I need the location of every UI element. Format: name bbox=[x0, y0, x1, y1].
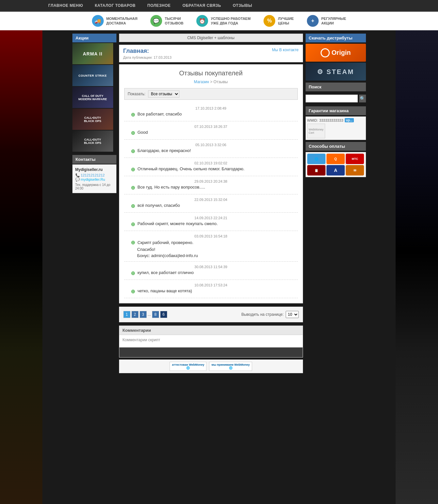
wm-badge-2[interactable]: мы принимаем WebMoney 🌐 bbox=[209, 362, 252, 371]
right-sidebar: Скачать дистрибуты Origin ⚙ STEAM Поиск … bbox=[306, 34, 366, 373]
nav-catalog[interactable]: КАТАЛОГ ТОВАРОВ bbox=[89, 0, 142, 11]
phone-number[interactable]: 📞 121212121212 bbox=[75, 173, 105, 177]
review-item: 22.09.2013 15:32:04 ⊕ всё получил, спаси… bbox=[124, 194, 298, 213]
per-page-select[interactable]: 10 bbox=[286, 311, 299, 318]
positive-icon: ⊕ bbox=[131, 288, 135, 295]
features-bar: 🚚 МОМЕНТАЛЬНАЯ ДОСТАВКА 💬 ТЫСЯЧИ ОТЗЫВОВ… bbox=[0, 12, 438, 30]
nav-main-menu[interactable]: ГЛАВНОЕ МЕНЮ bbox=[42, 0, 89, 11]
review-content: Все работает, спасибо bbox=[138, 112, 182, 116]
page-3[interactable]: 3 bbox=[140, 311, 147, 318]
payment-icon-alfabank[interactable]: А bbox=[326, 165, 345, 176]
steam-logo[interactable]: ⚙ STEAM bbox=[306, 63, 366, 81]
pagination-section: 1 2 3 ... 8 6 Выводить на странице: 10 bbox=[119, 307, 303, 322]
review-content: всё получил, спасибо bbox=[138, 203, 180, 208]
comments-header: Комментарии bbox=[119, 326, 303, 335]
review-date: 05.10.2013 3:32:06 bbox=[124, 143, 298, 147]
reviews-count-icon: 💬 bbox=[150, 15, 162, 27]
banner-arma[interactable]: ARMA II bbox=[72, 43, 113, 64]
webmoney-certificate: WebMoneyCert bbox=[307, 124, 325, 138]
contacts-title: Контакты bbox=[72, 155, 116, 164]
page-6[interactable]: 6 bbox=[160, 311, 167, 318]
page-8[interactable]: 8 bbox=[152, 311, 159, 318]
origin-circle bbox=[321, 48, 330, 57]
page-dots: ... bbox=[148, 312, 151, 317]
promos-line2: АКЦИИ bbox=[321, 21, 346, 25]
nav-reviews[interactable]: ОТЗЫВЫ bbox=[227, 0, 258, 11]
payment-icon-arrow[interactable]: 📋 bbox=[307, 165, 325, 176]
origin-text: Origin bbox=[332, 49, 351, 56]
delivery-line2: ДОСТАВКА bbox=[106, 21, 138, 25]
review-date: 07.10.2013 18:26:37 bbox=[124, 125, 298, 129]
years-line1: УСПЕШНО РАБОТАЕМ bbox=[211, 16, 250, 21]
positive-icon: ⊕ bbox=[131, 148, 135, 154]
years-line2: УЖЕ ДВА ГОДА bbox=[211, 21, 250, 25]
review-content-line1: Скрипт рабочий, проверено. bbox=[138, 240, 194, 245]
review-item: 14.09.2013 22:24:21 ⊕ Рабочий скрипт, мо… bbox=[124, 213, 298, 231]
steam-text: ⚙ STEAM bbox=[317, 68, 355, 76]
positive-icon: ⊕ bbox=[131, 270, 135, 276]
review-item: 29.09.2013 20:24:38 ⊕ Все гуд. Но есть п… bbox=[124, 176, 298, 194]
page-1[interactable]: 1 bbox=[123, 311, 130, 318]
review-date: 10.08.2013 17:53:24 bbox=[124, 283, 298, 287]
payment-section: Способы оплаты 🌐 Q МТС 📋 А ✉ bbox=[306, 142, 366, 177]
promos-line1: РЕГУЛЯРНЫЕ bbox=[321, 16, 346, 21]
payment-icon-globe[interactable]: 🌐 bbox=[307, 154, 325, 164]
filter-select[interactable]: Все отзывы bbox=[148, 90, 179, 98]
reviews-line1: ТЫСЯЧИ bbox=[165, 16, 183, 21]
wmid-value: 333333333333 bbox=[319, 118, 343, 122]
reviews-breadcrumb: Магазин > Отзывы bbox=[124, 80, 298, 84]
nav-useful[interactable]: ПОЛЕЗНОЕ bbox=[142, 0, 177, 11]
review-item: 05.10.2013 3:32:06 ⊕ Благодарю, все прек… bbox=[124, 140, 298, 158]
per-page-label: Выводить на странице: bbox=[241, 312, 284, 317]
prices-line1: ЛУЧШИЕ bbox=[278, 16, 294, 21]
payment-icon-mail[interactable]: ✉ bbox=[346, 165, 364, 176]
banner-modern-warfare[interactable]: CALL OF DUTYMODERN WARFARE bbox=[72, 87, 113, 108]
payment-icon-qiwi[interactable]: Q bbox=[326, 154, 345, 164]
review-content-line2: Спасибо! bbox=[131, 247, 156, 252]
comments-script-bar bbox=[119, 347, 303, 357]
comments-placeholder: Комментарии скрипт bbox=[123, 338, 160, 342]
publication-date: Дата публикации: 17.03.2013 bbox=[123, 55, 172, 59]
webmoney-bar: аттестован WebMoney 🌐 мы принимаем WebMo… bbox=[119, 359, 303, 373]
banner-counter-strike[interactable]: COUNTER STRIKE bbox=[72, 65, 113, 86]
review-item: 07.10.2013 18:26:37 ⊕ Good bbox=[124, 121, 298, 140]
review-date: 14.09.2013 22:24:21 bbox=[124, 216, 298, 220]
page-2[interactable]: 2 bbox=[131, 311, 139, 318]
vk-link[interactable]: Мы В контакте bbox=[272, 48, 298, 52]
review-content: Благодарю, все прекрасно! bbox=[138, 148, 191, 153]
review-date: 29.09.2013 20:24:38 bbox=[124, 179, 298, 183]
reviews-page-title: Отзывы покупателей bbox=[124, 69, 298, 77]
search-button[interactable]: 🔍 bbox=[359, 95, 366, 102]
pagination: 1 2 3 ... 8 6 bbox=[123, 311, 167, 318]
promos-icon: + bbox=[307, 15, 319, 27]
banner-cod-black-ops-1[interactable]: CALL•DUTYBLACK OPS bbox=[72, 109, 113, 130]
review-content: Отличный продавец. Очень сильно помог. Б… bbox=[138, 166, 245, 171]
feature-prices: % ЛУЧШИЕ ЦЕНЫ bbox=[264, 15, 294, 27]
positive-icon: ⊕ bbox=[131, 239, 135, 246]
delivery-line1: МОМЕНТАЛЬНАЯ bbox=[106, 16, 138, 21]
per-page-selector: Выводить на странице: 10 bbox=[241, 311, 299, 318]
origin-logo[interactable]: Origin bbox=[306, 44, 366, 62]
guarantees-section: Гарантии магазина WMID: 333333333333 up.… bbox=[306, 106, 366, 140]
positive-icon: ⊕ bbox=[131, 112, 135, 118]
years-icon: ⏰ bbox=[196, 15, 208, 27]
reviews-main: Отзывы покупателей Магазин > Отзывы Пока… bbox=[119, 64, 303, 303]
review-item: 02.10.2013 19:02:02 ⊕ Отличный продавец.… bbox=[124, 158, 298, 176]
breadcrumb-store[interactable]: Магазин bbox=[194, 80, 209, 84]
center-content: CMS Digiseller + шаблоны Главная: Дата п… bbox=[116, 34, 306, 373]
skype-contact[interactable]: 💬 mydigiseller.Ru bbox=[75, 177, 105, 181]
review-date: 03.09.2013 16:54:18 bbox=[124, 234, 298, 238]
review-content: Good bbox=[138, 130, 148, 135]
download-title: Скачать дистрибуты bbox=[306, 34, 366, 42]
search-input[interactable] bbox=[306, 95, 358, 102]
filter-bar: Показать: Все отзывы bbox=[124, 88, 298, 100]
positive-icon: ⊕ bbox=[131, 221, 135, 227]
wm-badge-1[interactable]: аттестован WebMoney 🌐 bbox=[170, 362, 206, 371]
payment-title: Способы оплаты bbox=[306, 142, 366, 151]
review-content: купил, все работает отлично bbox=[138, 270, 194, 275]
nav-feedback[interactable]: ОБРАТНАЯ СВЯЗЬ bbox=[176, 0, 227, 11]
review-date: 22.09.2013 15:32:04 bbox=[124, 198, 298, 202]
feature-years: ⏰ УСПЕШНО РАБОТАЕМ УЖЕ ДВА ГОДА bbox=[196, 15, 250, 27]
payment-icon-mts[interactable]: МТС bbox=[346, 154, 364, 164]
banner-cod-black-ops-2[interactable]: CALL•DUTYBLACK OPS bbox=[72, 130, 113, 152]
